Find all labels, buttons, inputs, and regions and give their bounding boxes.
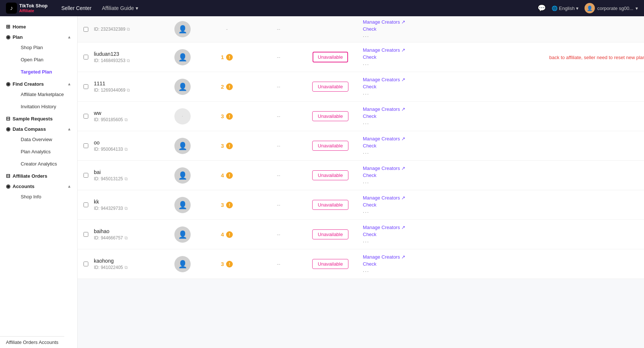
sidebar-item-invitation-history[interactable]: Invitation History: [13, 100, 77, 113]
bottom-nav-labels: Affiliate Orders Accounts: [6, 340, 58, 345]
check-link[interactable]: Check: [363, 54, 431, 60]
table-row: ID: 2323432389 ⧉ 👤 - -- Manage Creators …: [78, 16, 644, 42]
plan-count: -: [226, 26, 228, 32]
copy-id-icon[interactable]: ⧉: [125, 235, 128, 240]
row-checkbox-cell[interactable]: [78, 232, 94, 237]
plans-cell: 4 !: [197, 231, 256, 238]
header-nav: Seller Center Affiliate Guide ▾: [61, 5, 538, 11]
row-checkbox-cell[interactable]: [78, 114, 94, 119]
manage-creators-link[interactable]: Manage Creators ↗: [363, 166, 431, 171]
creator-name: kaohong: [94, 258, 168, 264]
manage-creators-link[interactable]: Manage Creators ↗: [363, 254, 431, 260]
copy-id-icon[interactable]: ⧉: [127, 88, 130, 93]
plan-count: 2: [221, 83, 224, 90]
copy-id-icon[interactable]: ⧉: [125, 117, 128, 122]
more-actions[interactable]: ···: [363, 61, 431, 67]
language-selector[interactable]: 🌐 English ▾: [552, 6, 579, 11]
copy-id-icon[interactable]: ⧉: [125, 265, 128, 270]
row-checkbox-cell[interactable]: [78, 143, 94, 148]
row-checkbox[interactable]: [84, 84, 88, 89]
row-checkbox-cell[interactable]: [78, 202, 94, 207]
row-checkbox[interactable]: [84, 55, 88, 59]
copy-id-icon[interactable]: ⧉: [127, 58, 130, 63]
sidebar-item-shop-plan[interactable]: Shop Plan: [13, 41, 77, 54]
sidebar-item-sample-requests[interactable]: ⊟ Sample Requests: [0, 113, 77, 123]
row-checkbox[interactable]: [84, 173, 88, 178]
manage-creators-link[interactable]: Manage Creators ↗: [363, 225, 431, 230]
row-checkbox[interactable]: [84, 27, 88, 32]
sidebar-section-data-compass[interactable]: ◉ Data Compass ▲: [0, 123, 77, 133]
copy-id-icon[interactable]: ⧉: [125, 176, 128, 181]
user-menu[interactable]: 👤 corporate sg00... ▾: [585, 3, 638, 13]
row-checkbox-cell[interactable]: [78, 84, 94, 89]
more-actions[interactable]: ···: [363, 33, 431, 39]
more-actions[interactable]: ···: [363, 180, 431, 185]
check-link[interactable]: Check: [363, 261, 431, 267]
globe-icon: 🌐: [552, 6, 558, 11]
more-actions[interactable]: ···: [363, 209, 431, 215]
manage-creators-link[interactable]: Manage Creators ↗: [363, 195, 431, 201]
plan-info-badge[interactable]: !: [226, 54, 233, 61]
status-badge: Unavailable: [312, 111, 348, 121]
plan-info-badge[interactable]: !: [226, 261, 233, 267]
sidebar-item-creator-analytics[interactable]: Creator Analytics: [13, 158, 77, 170]
more-actions[interactable]: ···: [363, 150, 431, 156]
creator-id: ID: 950185605 ⧉: [94, 117, 168, 122]
row-checkbox-cell[interactable]: [78, 262, 94, 266]
sidebar-item-affiliate-orders[interactable]: ⊟ Affiliate Orders: [0, 170, 77, 180]
check-link[interactable]: Check: [363, 113, 431, 119]
copy-id-icon[interactable]: ⧉: [125, 147, 128, 152]
sidebar-item-data-overview[interactable]: Data Overview: [13, 133, 77, 146]
sidebar-item-targeted-plan[interactable]: Targeted Plan: [13, 66, 77, 78]
sidebar-section-plan[interactable]: ◉ Plan ▲: [0, 31, 77, 41]
manage-creators-link[interactable]: Manage Creators ↗: [363, 47, 431, 53]
lang-arrow: ▾: [576, 6, 579, 11]
more-actions[interactable]: ···: [363, 239, 431, 245]
find-creators-icon: ◉: [6, 81, 10, 87]
check-link[interactable]: Check: [363, 232, 431, 237]
plan-info-badge[interactable]: !: [226, 83, 233, 90]
check-link[interactable]: Check: [363, 26, 431, 32]
manage-creators-link[interactable]: Manage Creators ↗: [363, 77, 431, 82]
more-actions[interactable]: ···: [363, 268, 431, 274]
plan-info-badge[interactable]: !: [226, 202, 233, 208]
sidebar-item-home[interactable]: ⊞ Home: [0, 21, 77, 31]
plan-info-badge[interactable]: !: [226, 231, 233, 238]
more-actions[interactable]: ···: [363, 120, 431, 126]
sidebar-sample-label: Sample Requests: [13, 116, 52, 122]
manage-creators-link[interactable]: Manage Creators ↗: [363, 19, 431, 25]
check-link[interactable]: Check: [363, 173, 431, 178]
sidebar-item-affiliate-marketplace[interactable]: Affiliate Marketplace: [13, 88, 77, 100]
check-link[interactable]: Check: [363, 202, 431, 208]
copy-id-icon[interactable]: ⧉: [125, 206, 128, 211]
row-checkbox[interactable]: [84, 232, 88, 237]
sidebar-section-find-creators[interactable]: ◉ Find Creators ▲: [0, 78, 77, 88]
plan-info-badge[interactable]: !: [226, 172, 233, 179]
manage-creators-link[interactable]: Manage Creators ↗: [363, 106, 431, 112]
plans-cell: 3 !: [197, 202, 256, 208]
more-actions[interactable]: ···: [363, 91, 431, 97]
check-link[interactable]: Check: [363, 143, 431, 149]
gmv-cell: --: [256, 26, 301, 32]
row-checkbox[interactable]: [84, 202, 88, 207]
plan-info-badge[interactable]: !: [226, 113, 233, 120]
sidebar-item-shop-info[interactable]: Shop Info: [13, 191, 77, 203]
row-checkbox-cell[interactable]: [78, 173, 94, 178]
row-checkbox[interactable]: [84, 114, 88, 119]
chat-button[interactable]: 💬: [538, 4, 546, 12]
sidebar-section-accounts[interactable]: ◉ Accounts ▲: [0, 180, 77, 191]
row-checkbox[interactable]: [84, 262, 88, 266]
check-link[interactable]: Check: [363, 84, 431, 89]
sidebar-item-open-plan[interactable]: Open Plan: [13, 54, 77, 66]
manage-creators-link[interactable]: Manage Creators ↗: [363, 136, 431, 141]
plan-info-badge[interactable]: !: [226, 143, 233, 149]
sidebar-accounts-label: Accounts: [13, 184, 34, 189]
avatar: 👤: [585, 3, 595, 13]
nav-affiliate-guide[interactable]: Affiliate Guide ▾: [102, 5, 138, 11]
row-checkbox-cell[interactable]: [78, 27, 94, 32]
row-checkbox-cell[interactable]: [78, 55, 94, 59]
row-checkbox[interactable]: [84, 143, 88, 148]
copy-id-icon[interactable]: ⧉: [127, 27, 130, 32]
sidebar-item-plan-analytics[interactable]: Plan Analytics: [13, 146, 77, 158]
nav-seller-center[interactable]: Seller Center: [61, 5, 92, 11]
